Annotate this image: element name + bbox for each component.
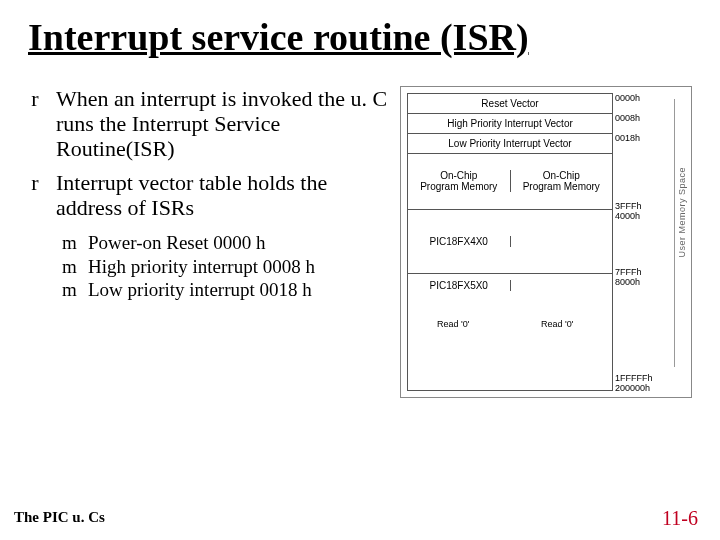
row-hp: High Priority Interrupt Vector bbox=[408, 114, 612, 134]
read-label-l: Read '0' bbox=[437, 319, 469, 329]
text-column: r When an interrupt is invoked the u. C … bbox=[28, 86, 392, 398]
row-pic4: PIC18FX4X0 bbox=[408, 236, 511, 247]
addr-0008: 0008h bbox=[615, 113, 640, 123]
row-onchip-l: On-Chip Program Memory bbox=[408, 170, 511, 192]
addr-1fffff: 1FFFFFh bbox=[615, 373, 653, 383]
addr-0018: 0018h bbox=[615, 133, 640, 143]
memory-space-label: User Memory Space bbox=[677, 167, 687, 258]
page-title: Interrupt service routine (ISR) bbox=[28, 18, 692, 58]
bullet-marker: r bbox=[28, 86, 42, 162]
row-onchip-r: On-Chip Program Memory bbox=[511, 170, 613, 192]
bullet-marker: r bbox=[28, 170, 42, 221]
subbullet-1: Power-on Reset 0000 h bbox=[88, 232, 265, 253]
addr-200000: 200000h bbox=[615, 383, 650, 393]
row-reset: Reset Vector bbox=[408, 94, 612, 114]
read-label-r: Read '0' bbox=[541, 319, 573, 329]
memory-space-bar bbox=[674, 99, 675, 367]
addr-7fff: 7FFFh bbox=[615, 267, 642, 277]
subbullet-3: Low priority interrupt 0018 h bbox=[88, 279, 312, 300]
addr-0000: 0000h bbox=[615, 93, 640, 103]
memory-map-diagram: Reset Vector High Priority Interrupt Vec… bbox=[400, 86, 692, 398]
footer-right: 11-6 bbox=[662, 507, 698, 530]
subbullet-marker: m bbox=[62, 232, 76, 253]
addr-8000: 8000h bbox=[615, 277, 640, 287]
bullet-1: When an interrupt is invoked the u. C ru… bbox=[56, 86, 392, 162]
subbullet-2: High priority interrupt 0008 h bbox=[88, 256, 315, 277]
subbullet-marker: m bbox=[62, 256, 76, 277]
footer-left: The PIC u. Cs bbox=[14, 509, 105, 526]
bullet-2: Interrupt vector table holds the address… bbox=[56, 170, 392, 221]
addr-4000: 4000h bbox=[615, 211, 640, 221]
addr-3fff: 3FFFh bbox=[615, 201, 642, 211]
subbullet-marker: m bbox=[62, 279, 76, 300]
row-lp: Low Priority Interrupt Vector bbox=[408, 134, 612, 154]
row-pic5: PIC18FX5X0 bbox=[408, 280, 511, 291]
